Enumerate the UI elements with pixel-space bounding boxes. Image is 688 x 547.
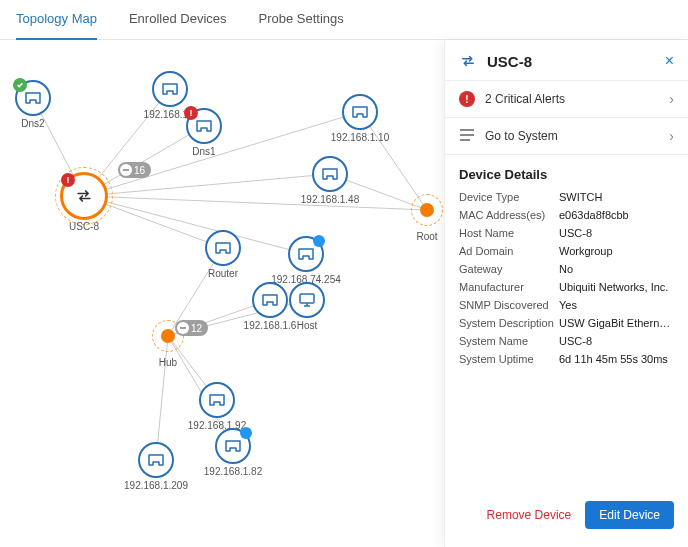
node-label: Hub [159,357,177,368]
node-label: USC-8 [69,221,99,232]
node-ip-1-82[interactable]: 192.168.1.82 [215,428,251,464]
node-hub[interactable]: Hub [161,329,175,343]
network-port-icon [351,105,369,119]
node-host[interactable]: Host [289,282,325,318]
network-port-icon [24,91,42,105]
node-ip-1-92[interactable]: 192.168.1.92 [199,382,235,418]
device-details-title: Device Details [445,154,688,188]
node-ip-74-254[interactable]: 192.168.74.254 [288,236,324,272]
detail-label: System Description [459,317,559,329]
detail-value: SWITCH [559,191,674,203]
node-hub-count-pill[interactable]: 12 [175,320,208,336]
device-panel: USC-8 × ! 2 Critical Alerts › Go to Syst… [444,40,688,547]
ok-badge-icon [13,78,27,92]
node-label: 192.168.1.209 [124,480,188,491]
alert-badge-icon: ! [184,106,198,120]
collapse-icon [120,164,132,176]
detail-label: Device Type [459,191,559,203]
network-port-icon [214,241,232,255]
detail-sys-name: System Name USC-8 [445,332,688,350]
remove-device-button[interactable]: Remove Device [487,508,572,522]
network-port-icon [297,247,315,261]
detail-value: Workgroup [559,245,674,257]
pill-count: 16 [134,165,145,176]
detail-ad-domain: Ad Domain Workgroup [445,242,688,260]
node-ip-1-6[interactable]: 192.168.1.6 [252,282,288,318]
detail-value: No [559,263,674,275]
monitor-icon [298,292,316,308]
network-port-icon [261,293,279,307]
node-label: 192.168.1.82 [204,466,262,477]
node-label: 192.168.1.6 [244,320,297,331]
alert-badge-icon: ! [61,173,75,187]
detail-value: USC-8 [559,227,674,239]
detail-value: Ubiquiti Networks, Inc. [559,281,674,293]
detail-label: System Uptime [459,353,559,365]
tab-probe-settings[interactable]: Probe Settings [259,0,344,40]
topology-canvas[interactable]: ! USC-8 16 Dns2 192.168.1.5 ! Dns1 Route… [0,40,444,547]
network-port-icon [161,82,179,96]
detail-manufacturer: Manufacturer Ubiquiti Networks, Inc. [445,278,688,296]
info-badge-icon [240,427,252,439]
node-label: 192.168.1.48 [301,194,359,205]
svg-line-5 [84,174,330,196]
detail-value: USW GigaBit Ethernet Switch, fi... [559,317,674,329]
detail-label: Host Name [459,227,559,239]
alerts-label: 2 Critical Alerts [485,92,659,106]
detail-label: Manufacturer [459,281,559,293]
chevron-right-icon: › [669,128,674,144]
node-label: Root [416,231,437,242]
node-label: Router [208,268,238,279]
detail-label: Ad Domain [459,245,559,257]
network-port-icon [321,167,339,181]
detail-mac: MAC Address(es) e063da8f8cbb [445,206,688,224]
detail-label: Gateway [459,263,559,275]
node-dns2[interactable]: Dns2 [15,80,51,116]
node-label: Host [297,320,318,331]
detail-label: MAC Address(es) [459,209,559,221]
node-label: 192.168.1.10 [331,132,389,143]
node-router[interactable]: Router [205,230,241,266]
network-port-icon [147,453,165,467]
node-usc8-count-pill[interactable]: 16 [118,162,151,178]
node-label: Dns1 [192,146,215,157]
detail-device-type: Device Type SWITCH [445,188,688,206]
network-port-icon [195,119,213,133]
node-ip-1-10[interactable]: 192.168.1.10 [342,94,378,130]
detail-gateway: Gateway No [445,260,688,278]
collapse-icon [177,322,189,334]
panel-title: USC-8 [487,53,655,70]
detail-value: USC-8 [559,335,674,347]
network-port-icon [208,393,226,407]
tab-topology-map[interactable]: Topology Map [16,0,97,40]
detail-value: Yes [559,299,674,311]
panel-footer: Remove Device Edit Device [445,489,688,547]
node-root[interactable]: Root [420,203,434,217]
node-usc8[interactable]: ! USC-8 [60,172,108,220]
close-icon[interactable]: × [665,53,674,69]
node-label: Dns2 [21,118,44,129]
tab-enrolled-devices[interactable]: Enrolled Devices [129,0,227,40]
node-ip-1-5[interactable]: 192.168.1.5 [152,71,188,107]
detail-host-name: Host Name USC-8 [445,224,688,242]
svg-line-7 [84,196,427,210]
edit-device-button[interactable]: Edit Device [585,501,674,529]
node-ip-1-48[interactable]: 192.168.1.48 [312,156,348,192]
tabs: Topology Map Enrolled Devices Probe Sett… [0,0,688,40]
detail-label: SNMP Discovered [459,299,559,311]
pill-count: 12 [191,323,202,334]
detail-snmp: SNMP Discovered Yes [445,296,688,314]
alert-icon: ! [459,91,475,107]
detail-sys-uptime: System Uptime 6d 11h 45m 55s 30ms [445,350,688,368]
detail-value: e063da8f8cbb [559,209,674,221]
goto-system-label: Go to System [485,129,659,143]
node-dns1[interactable]: ! Dns1 [186,108,222,144]
info-badge-icon [313,235,325,247]
switch-icon [74,186,94,206]
panel-alerts-row[interactable]: ! 2 Critical Alerts › [445,80,688,117]
detail-value: 6d 11h 45m 55s 30ms [559,353,674,365]
node-ip-1-209[interactable]: 192.168.1.209 [138,442,174,478]
switch-icon [459,52,477,70]
panel-goto-system-row[interactable]: Go to System › [445,117,688,154]
detail-label: System Name [459,335,559,347]
